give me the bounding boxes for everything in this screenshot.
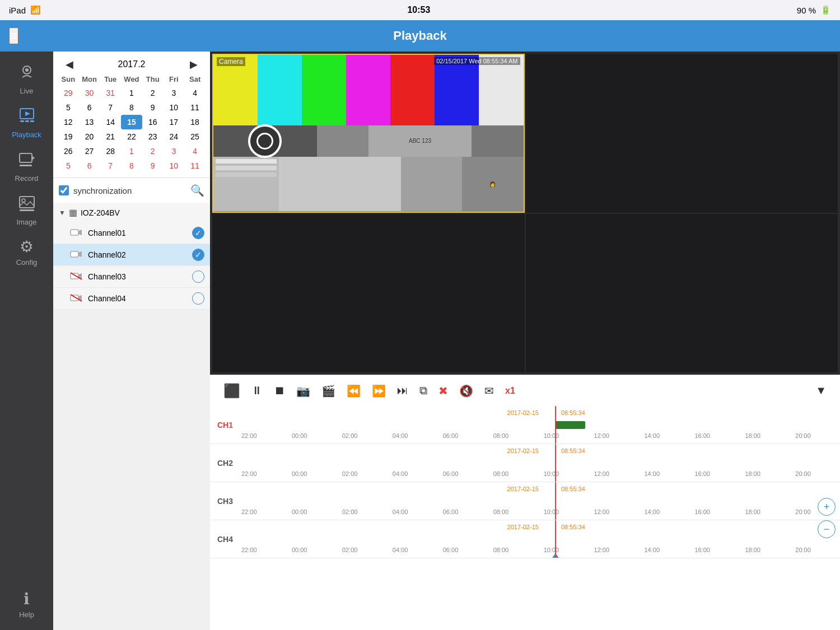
calendar-day[interactable]: 6 (79, 100, 100, 115)
timeline-time-tick: 18:00 (745, 432, 760, 439)
calendar-day[interactable]: 16 (142, 115, 164, 129)
calendar-day[interactable]: 12 (58, 115, 79, 129)
calendar-day[interactable]: 20 (79, 129, 100, 144)
calendar-day[interactable]: 26 (58, 144, 79, 158)
skip-end-button[interactable]: ⏭ (393, 381, 413, 400)
calendar-day[interactable]: 7 (100, 158, 121, 173)
calendar-day[interactable]: 19 (58, 129, 79, 144)
video-cell-2[interactable] (526, 54, 838, 213)
calendar-day[interactable]: 31 (100, 86, 121, 100)
calendar-prev[interactable]: ◀ (62, 58, 77, 71)
calendar-day[interactable]: 10 (164, 158, 185, 173)
calendar-day[interactable]: 24 (164, 129, 185, 144)
channel-row-2[interactable]: Channel02✓ (53, 244, 210, 266)
calendar-day[interactable]: 29 (58, 86, 79, 100)
pause-button[interactable]: ⏸ (247, 381, 267, 400)
audio-button[interactable]: 🔇 (455, 381, 478, 401)
calendar-day[interactable]: 13 (79, 115, 100, 129)
channel-check[interactable] (192, 270, 204, 283)
calendar-day[interactable]: 25 (184, 129, 206, 144)
calendar-day[interactable]: 6 (79, 158, 100, 173)
record-clip-button[interactable]: 🎬 (317, 381, 340, 401)
record-indicator-button[interactable]: ⬛ (219, 380, 245, 402)
timeline-time-tick: 16:00 (694, 547, 710, 553)
calendar-next[interactable]: ▶ (186, 58, 201, 71)
zoom-in-button[interactable]: + (818, 498, 836, 516)
calendar-day[interactable]: 17 (164, 115, 185, 129)
main-content: ABC 123 👩 (210, 52, 840, 630)
timeline-track-CH3[interactable]: 2017-02-1508:55:3422:0000:0002:0004:0006… (240, 482, 840, 520)
menu-button[interactable]: ≡ (9, 27, 18, 44)
calendar-day[interactable]: 2 (142, 144, 164, 158)
calendar-day[interactable]: 5 (58, 100, 79, 115)
timeline-row-CH1[interactable]: CH12017-02-1508:55:3422:0000:0002:0004:0… (210, 406, 840, 444)
calendar-day[interactable]: 1 (121, 86, 142, 100)
timeline-area[interactable]: CH12017-02-1508:55:3422:0000:0002:0004:0… (210, 406, 840, 630)
calendar-day[interactable]: 22 (121, 129, 142, 144)
calendar-day[interactable]: 28 (100, 144, 121, 158)
channel-check[interactable]: ✓ (192, 249, 204, 261)
sidebar-item-help[interactable]: ℹ Help (0, 584, 53, 630)
calendar-day[interactable]: 15 (121, 115, 142, 129)
calendar-week-row: 19202122232425 (58, 129, 206, 144)
calendar-day[interactable]: 9 (142, 158, 164, 173)
channel-check[interactable]: ✓ (192, 227, 204, 239)
close-stream-button[interactable]: ✖ (434, 381, 452, 401)
sync-label[interactable]: synchronization (73, 186, 186, 195)
calendar-day[interactable]: 23 (142, 129, 164, 144)
timeline-row-CH2[interactable]: CH22017-02-1508:55:3422:0000:0002:0004:0… (210, 444, 840, 482)
video-cell-4[interactable] (526, 214, 838, 373)
snapshot-button[interactable]: 📷 (292, 381, 315, 401)
calendar-day[interactable]: 2 (142, 86, 164, 100)
calendar-day[interactable]: 10 (164, 100, 185, 115)
search-button[interactable]: 🔍 (190, 184, 204, 197)
timeline-ch-label-CH3: CH3 (210, 497, 240, 506)
sidebar-item-config[interactable]: ⚙ Config (0, 232, 53, 272)
zoom-out-button[interactable]: − (818, 520, 836, 538)
calendar-day[interactable]: 3 (164, 86, 185, 100)
calendar-day[interactable]: 4 (184, 144, 206, 158)
video-cell-3[interactable] (212, 214, 525, 373)
calendar-day[interactable]: 1 (121, 144, 142, 158)
channel-icon (70, 228, 82, 238)
calendar-day[interactable]: 11 (184, 158, 206, 173)
sync-checkbox[interactable] (59, 185, 69, 195)
calendar-day[interactable]: 11 (184, 100, 206, 115)
calendar-day[interactable]: 8 (121, 100, 142, 115)
sidebar-label-record: Record (15, 174, 39, 183)
calendar-day[interactable]: 3 (164, 144, 185, 158)
calendar-day[interactable]: 30 (79, 86, 100, 100)
fast-forward-button[interactable]: ⏩ (367, 381, 390, 401)
timeline-row-CH4[interactable]: CH42017-02-1508:55:3422:0000:0002:0004:0… (210, 520, 840, 558)
sidebar-item-playback[interactable]: Playback (0, 101, 53, 144)
channel-row-4[interactable]: Channel04 (53, 288, 210, 310)
sidebar-item-image[interactable]: Image (0, 188, 53, 232)
channel-row-1[interactable]: Channel01✓ (53, 222, 210, 244)
timeline-row-CH3[interactable]: CH32017-02-1508:55:3422:0000:0002:0004:0… (210, 482, 840, 520)
calendar-day[interactable]: 27 (79, 144, 100, 158)
channel-row-3[interactable]: Channel03 (53, 266, 210, 288)
talk-button[interactable]: ✉ (480, 381, 498, 401)
channel-check[interactable] (192, 292, 204, 305)
expand-button[interactable]: ⧉ (415, 381, 432, 400)
sidebar-item-record[interactable]: Record (0, 144, 53, 188)
timeline-track-CH1[interactable]: 2017-02-1508:55:3422:0000:0002:0004:0006… (240, 406, 840, 444)
timeline-time-label: 08:55:34 (561, 524, 585, 530)
calendar-day[interactable]: 14 (100, 115, 121, 129)
calendar-day[interactable]: 7 (100, 100, 121, 115)
sidebar-item-live[interactable]: Live (0, 57, 53, 101)
calendar-day[interactable]: 8 (121, 158, 142, 173)
stop-button[interactable]: ⏹ (269, 381, 290, 400)
rewind-button[interactable]: ⏪ (342, 381, 365, 401)
calendar-day[interactable]: 18 (184, 115, 206, 129)
timeline-track-CH2[interactable]: 2017-02-1508:55:3422:0000:0002:0004:0006… (240, 444, 840, 482)
calendar-day[interactable]: 9 (142, 100, 164, 115)
video-cell-1[interactable]: ABC 123 👩 (212, 54, 525, 213)
expand-toolbar-button[interactable]: ▼ (811, 381, 831, 400)
calendar-day[interactable]: 5 (58, 158, 79, 173)
svg-rect-12 (20, 209, 34, 211)
calendar-day[interactable]: 4 (184, 86, 206, 100)
calendar-day[interactable]: 21 (100, 129, 121, 144)
expand-icon[interactable]: ▼ (59, 209, 66, 217)
timeline-track-CH4[interactable]: 2017-02-1508:55:3422:0000:0002:0004:0006… (240, 520, 840, 558)
